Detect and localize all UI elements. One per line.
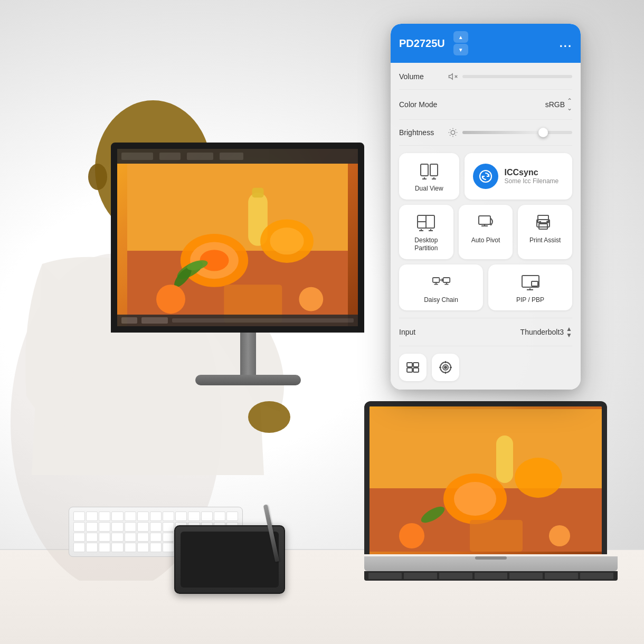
divider-1: [399, 89, 572, 90]
volume-row: Volume: [399, 71, 572, 82]
keyboard-key: [73, 533, 85, 542]
input-value-container[interactable]: Thunderbolt3 ▲▼: [520, 326, 572, 338]
color-mode-chevron-icon: ⌃⌄: [567, 97, 572, 112]
iccsync-card[interactable]: ICCsync Some Icc Filename: [465, 153, 572, 200]
divider-3: [399, 145, 572, 146]
svg-rect-76: [413, 363, 419, 367]
svg-point-81: [444, 366, 447, 368]
keyboard-key: [137, 522, 149, 532]
iccsync-subtitle: Some Icc Filename: [505, 177, 559, 185]
monitor: [111, 143, 385, 417]
color-mode-value[interactable]: sRGB ⌃⌄: [545, 97, 572, 112]
keyboard-key: [73, 512, 85, 521]
keyboard-key: [125, 543, 136, 552]
svg-rect-77: [407, 368, 412, 372]
svg-point-33: [451, 130, 455, 135]
svg-rect-75: [407, 363, 412, 367]
keyboard-key: [125, 533, 136, 542]
svg-line-41: [456, 129, 456, 130]
print-assist-card[interactable]: Print Assist: [518, 205, 572, 259]
iccsync-info: ICCsync Some Icc Filename: [505, 168, 559, 185]
monitor-control-panel: PD2725U ▲ ▼ ... Volume: [391, 24, 581, 390]
keyboard-key: [163, 533, 174, 542]
keyboard-key: [125, 512, 136, 521]
keyboard-key: [137, 512, 149, 521]
brightness-thumb[interactable]: [538, 128, 548, 137]
svg-point-23: [454, 482, 496, 516]
svg-point-63: [546, 221, 548, 223]
svg-rect-28: [470, 520, 523, 552]
dual-view-icon: [420, 162, 439, 181]
volume-track[interactable]: [462, 75, 572, 78]
svg-rect-56: [479, 216, 490, 224]
desktop-partition-label: DesktopPartition: [414, 236, 438, 253]
input-row: Input Thunderbolt3 ▲▼: [399, 326, 572, 338]
keyboard-key: [150, 543, 162, 552]
laptop: [364, 401, 628, 602]
desktop-partition-card[interactable]: DesktopPartition: [399, 205, 453, 259]
dual-view-label: Dual View: [415, 185, 443, 193]
iccsync-icon: [473, 164, 498, 189]
panel-header: PD2725U ▲ ▼ ...: [391, 24, 581, 63]
dual-view-card[interactable]: Dual View: [399, 153, 459, 200]
chevron-down-button[interactable]: ▼: [453, 44, 468, 55]
auto-pivot-icon: [476, 213, 495, 232]
svg-rect-65: [443, 278, 450, 282]
svg-point-29: [549, 525, 570, 546]
auto-pivot-label: Auto Pivot: [471, 236, 500, 245]
print-assist-icon: [536, 213, 555, 232]
keyboard-key: [163, 522, 174, 532]
auto-pivot-card[interactable]: Auto Pivot: [459, 205, 513, 259]
keyboard-key: [99, 533, 110, 542]
monitor-stand-neck: [240, 333, 256, 375]
keyboard-key: [73, 522, 85, 532]
brightness-label: Brightness: [399, 128, 441, 137]
keyboard-key: [150, 512, 162, 521]
svg-rect-72: [532, 281, 538, 286]
keyboard-key: [137, 533, 149, 542]
keyboard-key: [111, 522, 123, 532]
keyboard-key: [99, 512, 110, 521]
brightness-fill: [462, 131, 545, 134]
laptop-display: [370, 406, 602, 554]
pip-pbp-card[interactable]: PIP / PBP: [488, 264, 572, 311]
svg-point-18: [299, 287, 323, 311]
svg-rect-11: [252, 188, 264, 197]
bottom-controls: [399, 354, 572, 381]
divider-4: [399, 318, 572, 318]
keyboard-key: [150, 533, 162, 542]
daisy-chain-card[interactable]: Daisy Chain: [399, 264, 483, 311]
keyboard-key: [86, 512, 98, 521]
keyboard-key: [150, 522, 162, 532]
keyboard-key: [111, 533, 123, 542]
keyboard-key: [86, 543, 98, 552]
color-mode-text: sRGB: [545, 100, 565, 109]
monitor-stand-base: [195, 375, 301, 385]
more-button[interactable]: ...: [560, 36, 572, 50]
keyboard-key: [99, 543, 110, 552]
svg-point-17: [156, 285, 185, 314]
brightness-track[interactable]: [462, 131, 572, 134]
volume-label: Volume: [399, 72, 441, 81]
svg-line-36: [450, 129, 450, 130]
target-button[interactable]: [432, 354, 459, 381]
print-assist-label: Print Assist: [529, 236, 561, 245]
monitor-display: [117, 149, 358, 326]
input-chevron-icon: ▲▼: [566, 326, 572, 338]
pip-pbp-label: PIP / PBP: [516, 296, 544, 305]
panel-body: Volume Color Mode sRGB ⌃⌄: [391, 63, 581, 390]
svg-point-27: [399, 523, 424, 548]
input-value-text: Thunderbolt3: [520, 328, 564, 336]
keyboard-key: [111, 512, 123, 521]
svg-rect-78: [413, 368, 419, 372]
svg-marker-30: [449, 74, 453, 80]
volume-mute-icon: [448, 71, 458, 82]
iccsync-title: ICCsync: [505, 168, 559, 177]
chevron-up-button[interactable]: ▲: [453, 31, 468, 43]
menu-button[interactable]: [399, 354, 427, 381]
keyboard-key: [86, 522, 98, 532]
drawing-tablet: [174, 525, 285, 594]
svg-point-48: [480, 171, 491, 182]
panel-header-left: PD2725U ▲ ▼: [399, 31, 468, 55]
keyboard-key: [226, 512, 238, 521]
